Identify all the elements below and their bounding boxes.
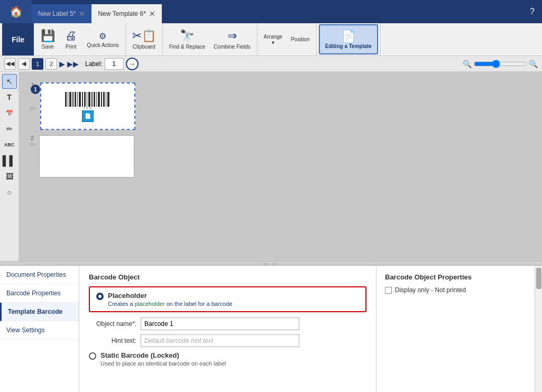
editing-template-button[interactable]: 📄 Editing a Template <box>319 24 378 54</box>
clipboard-icon: ✂📋 <box>132 29 156 43</box>
ribbon-find-group: 🔭 Find & Replace ⇒ Combine Fields <box>163 23 258 55</box>
nav-template-barcode[interactable]: Template Barcode <box>0 303 79 321</box>
placeholder-radio[interactable] <box>96 293 104 300</box>
tab-new-label-close[interactable]: ✕ <box>79 10 85 18</box>
shape-tool[interactable]: ○ <box>2 185 17 200</box>
canvas-area[interactable]: 1 1 1 <box>19 72 542 261</box>
file-button[interactable]: File <box>2 23 34 55</box>
svg-rect-8 <box>84 92 86 107</box>
barcode-tool[interactable]: ▌▌ <box>2 153 17 168</box>
svg-rect-11 <box>91 92 93 107</box>
nav-end-button[interactable]: ▶▶ <box>67 60 79 68</box>
tab-new-label-text: New Label 5* <box>38 10 76 17</box>
page-2-button[interactable]: 2 <box>45 58 57 70</box>
label-content-1: 1 2 3 📄 <box>64 91 112 122</box>
placeholder-desc: Creates a placeholder on the label for a… <box>108 301 232 307</box>
object-name-row: Object name*: <box>89 318 366 330</box>
image-tool[interactable]: 🖼 <box>2 169 17 184</box>
resize-handle[interactable]: — — <box>0 261 542 265</box>
svg-rect-7 <box>82 92 83 107</box>
combine-fields-label: Combine Fields <box>214 44 250 50</box>
find-replace-icon: 🔭 <box>180 29 194 43</box>
nav-document-properties[interactable]: Document Properties <box>0 266 79 284</box>
draw-tool[interactable]: ✏ <box>2 122 17 136</box>
print-button[interactable]: 🖨 Print <box>59 24 82 54</box>
tab-new-template[interactable]: New Template 6* ✕ <box>91 4 162 23</box>
home-button[interactable]: 🏠 <box>0 0 32 23</box>
label-page-1[interactable]: 1 <box>40 82 135 130</box>
bottom-panel: Document Properties Barcode Properties T… <box>0 265 542 392</box>
nav-view-settings[interactable]: View Settings <box>0 321 79 340</box>
date-tool[interactable]: 📅 <box>2 106 17 120</box>
label-page-2[interactable] <box>39 135 134 178</box>
svg-text:1 2 3: 1 2 3 <box>83 107 91 109</box>
properties-title: Barcode Object Properties <box>385 273 526 281</box>
static-barcode-radio[interactable] <box>89 352 96 360</box>
svg-rect-10 <box>88 92 90 107</box>
editing-template-icon: 📄 <box>341 30 355 43</box>
svg-rect-16 <box>103 92 105 107</box>
static-barcode-option: Static Barcode (Locked) Used to place an… <box>89 351 366 367</box>
editing-template-label: Editing a Template <box>325 43 372 49</box>
placeholder-option-card[interactable]: Placeholder Creates a placeholder on the… <box>89 286 366 312</box>
zoom-out-icon[interactable]: 🔍 <box>463 60 472 68</box>
page-indicator-2: 2 <box>31 135 34 141</box>
arrange-button[interactable]: Arrange ▾ <box>260 24 287 54</box>
bottom-main-content: Barcode Object Placeholder Creates a pla… <box>79 266 376 392</box>
save-button[interactable]: 💾 Save <box>36 24 59 54</box>
display-only-checkbox[interactable] <box>385 287 392 294</box>
bottom-left-nav: Document Properties Barcode Properties T… <box>0 266 79 392</box>
object-name-input[interactable] <box>141 318 299 330</box>
zoom-area: 🔍 🔍 <box>463 60 538 68</box>
combine-fields-button[interactable]: ⇒ Combine Fields <box>209 24 254 54</box>
help-button[interactable]: ? <box>522 0 542 23</box>
object-name-label: Object name*: <box>89 320 136 328</box>
svg-rect-12 <box>94 92 95 107</box>
scrollbar-thumb[interactable] <box>536 268 541 289</box>
print-icon: 🖨 <box>65 29 77 43</box>
position-label: Position <box>291 36 310 42</box>
svg-rect-14 <box>98 92 100 107</box>
hint-text-row: Hint text: <box>89 334 366 347</box>
clipboard-label: Clipboard <box>133 44 155 50</box>
tab-new-template-close[interactable]: ✕ <box>149 10 155 18</box>
barcode-object-title: Barcode Object <box>89 273 366 281</box>
nav-first-button[interactable]: ◀◀ <box>4 58 16 70</box>
tab-new-template-text: New Template 6* <box>98 10 146 17</box>
svg-rect-5 <box>77 92 78 107</box>
zoom-in-icon[interactable]: 🔍 <box>529 60 538 68</box>
abc-tool[interactable]: ABC <box>2 137 17 152</box>
select-tool[interactable]: ↖ <box>2 74 17 89</box>
svg-rect-0 <box>65 92 67 107</box>
print-label: Print <box>66 44 77 50</box>
left-toolbar: ↖ T 📅 ✏ ABC ▌▌ 🖼 ○ <box>0 72 19 261</box>
placeholder-content: Placeholder Creates a placeholder on the… <box>108 292 232 307</box>
label-number-input[interactable] <box>105 58 124 70</box>
tab-new-label[interactable]: New Label 5* ✕ <box>32 4 91 23</box>
svg-rect-2 <box>69 92 71 107</box>
barcode-object-properties-panel: Barcode Object Properties Display only -… <box>376 266 535 392</box>
arrange-label: Arrange <box>264 34 283 40</box>
find-replace-button[interactable]: 🔭 Find & Replace <box>165 24 209 54</box>
svg-rect-15 <box>101 92 102 107</box>
position-button[interactable]: Position <box>287 24 314 54</box>
label-row-1: 1 1 1 <box>30 82 531 130</box>
nav-bar: ◀◀ ◀ 1 2 ▶ ▶▶ Label: → 🔍 🔍 <box>0 56 542 72</box>
label-text: Label: <box>85 60 103 68</box>
nav-prev-button[interactable]: ◀ <box>18 58 30 70</box>
nav-go-button[interactable]: → <box>126 58 139 70</box>
nav-play-button[interactable]: ▶ <box>59 60 65 68</box>
nav-barcode-properties[interactable]: Barcode Properties <box>0 284 79 303</box>
page-1-button[interactable]: 1 <box>32 58 43 70</box>
ribbon-arrange-group: Arrange ▾ Position <box>258 23 317 55</box>
clipboard-button[interactable]: ✂📋 Clipboard <box>128 24 160 54</box>
scrollbar[interactable] <box>535 266 542 392</box>
save-icon: 💾 <box>41 29 55 43</box>
tabs-area: New Label 5* ✕ New Template 6* ✕ <box>32 0 522 23</box>
hint-text-input[interactable] <box>141 334 299 347</box>
quick-actions-button[interactable]: ⚙ Quick Actions <box>82 24 123 54</box>
svg-rect-6 <box>79 92 81 107</box>
zoom-slider[interactable] <box>474 60 527 68</box>
text-tool[interactable]: T <box>2 90 17 105</box>
hint-text-label: Hint text: <box>89 337 136 344</box>
